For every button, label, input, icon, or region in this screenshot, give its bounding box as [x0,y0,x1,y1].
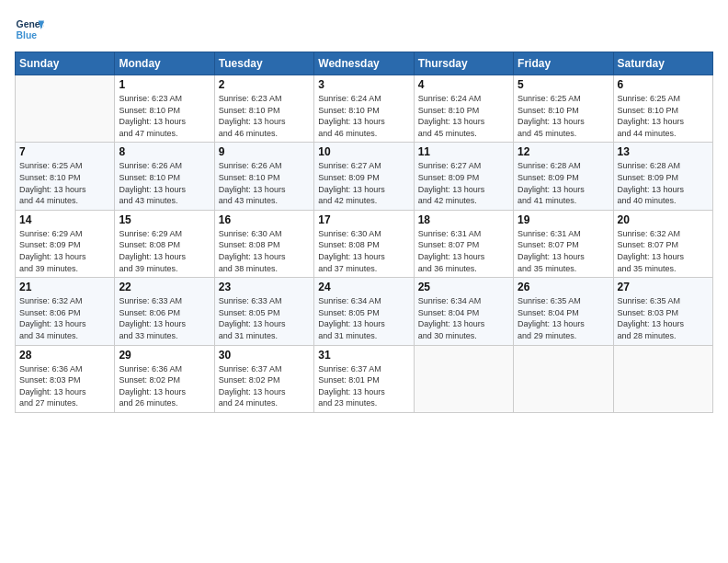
weekday-header: Wednesday [314,52,414,75]
svg-text:Blue: Blue [17,30,38,40]
day-info: Sunrise: 6:37 AM Sunset: 8:02 PM Dayligh… [219,363,310,409]
day-number: 28 [19,349,110,362]
calendar-week-row: 14Sunrise: 6:29 AM Sunset: 8:09 PM Dayli… [16,210,713,277]
calendar-cell: 8Sunrise: 6:26 AM Sunset: 8:10 PM Daylig… [115,143,214,210]
calendar-cell: 31Sunrise: 6:37 AM Sunset: 8:01 PM Dayli… [314,345,414,412]
day-info: Sunrise: 6:24 AM Sunset: 8:10 PM Dayligh… [418,93,509,139]
day-info: Sunrise: 6:26 AM Sunset: 8:10 PM Dayligh… [119,160,210,206]
day-number: 23 [219,281,310,293]
day-info: Sunrise: 6:30 AM Sunset: 8:08 PM Dayligh… [318,228,409,274]
calendar-cell [613,345,712,412]
day-info: Sunrise: 6:25 AM Sunset: 8:10 PM Dayligh… [618,93,709,139]
calendar-cell: 16Sunrise: 6:30 AM Sunset: 8:08 PM Dayli… [214,210,313,277]
day-number: 31 [318,349,409,362]
logo: General Blue [15,15,48,44]
day-number: 26 [518,281,609,293]
calendar-cell: 7Sunrise: 6:25 AM Sunset: 8:10 PM Daylig… [16,143,115,210]
calendar-cell: 11Sunrise: 6:27 AM Sunset: 8:09 PM Dayli… [414,143,513,210]
calendar-cell: 27Sunrise: 6:35 AM Sunset: 8:03 PM Dayli… [613,278,712,345]
day-info: Sunrise: 6:27 AM Sunset: 8:09 PM Dayligh… [318,160,409,206]
day-number: 3 [318,78,409,91]
weekday-header: Saturday [613,52,712,75]
weekday-header: Monday [115,52,214,75]
calendar-cell: 25Sunrise: 6:34 AM Sunset: 8:04 PM Dayli… [414,278,513,345]
day-number: 17 [318,213,409,226]
day-number: 20 [618,213,709,226]
calendar-week-row: 1Sunrise: 6:23 AM Sunset: 8:10 PM Daylig… [16,75,713,143]
day-info: Sunrise: 6:29 AM Sunset: 8:08 PM Dayligh… [119,228,210,274]
calendar-cell: 22Sunrise: 6:33 AM Sunset: 8:06 PM Dayli… [115,278,214,345]
calendar-cell: 4Sunrise: 6:24 AM Sunset: 8:10 PM Daylig… [414,75,513,143]
day-number: 22 [119,281,210,293]
day-number: 16 [219,213,310,226]
day-info: Sunrise: 6:25 AM Sunset: 8:10 PM Dayligh… [518,93,609,139]
day-number: 11 [418,145,509,158]
day-info: Sunrise: 6:23 AM Sunset: 8:10 PM Dayligh… [219,93,310,139]
day-number: 24 [318,281,409,293]
day-number: 10 [318,145,409,158]
day-number: 27 [618,281,709,293]
calendar-header-row: SundayMondayTuesdayWednesdayThursdayFrid… [16,52,713,75]
day-info: Sunrise: 6:29 AM Sunset: 8:09 PM Dayligh… [19,228,110,274]
calendar-cell: 1Sunrise: 6:23 AM Sunset: 8:10 PM Daylig… [115,75,214,143]
calendar-cell: 21Sunrise: 6:32 AM Sunset: 8:06 PM Dayli… [16,278,115,345]
calendar-cell: 12Sunrise: 6:28 AM Sunset: 8:09 PM Dayli… [514,143,613,210]
day-info: Sunrise: 6:27 AM Sunset: 8:09 PM Dayligh… [418,160,509,206]
day-number: 7 [19,145,110,158]
day-number: 9 [219,145,310,158]
day-info: Sunrise: 6:32 AM Sunset: 8:07 PM Dayligh… [618,228,709,274]
calendar-cell: 9Sunrise: 6:26 AM Sunset: 8:10 PM Daylig… [214,143,313,210]
calendar-week-row: 7Sunrise: 6:25 AM Sunset: 8:10 PM Daylig… [16,143,713,210]
day-info: Sunrise: 6:37 AM Sunset: 8:01 PM Dayligh… [318,363,409,409]
calendar-cell: 6Sunrise: 6:25 AM Sunset: 8:10 PM Daylig… [613,75,712,143]
weekday-header: Sunday [16,52,115,75]
day-info: Sunrise: 6:33 AM Sunset: 8:05 PM Dayligh… [219,295,310,341]
calendar-cell: 2Sunrise: 6:23 AM Sunset: 8:10 PM Daylig… [214,75,313,143]
calendar-cell [514,345,613,412]
day-info: Sunrise: 6:36 AM Sunset: 8:02 PM Dayligh… [119,363,210,409]
calendar-cell: 14Sunrise: 6:29 AM Sunset: 8:09 PM Dayli… [16,210,115,277]
day-number: 14 [19,213,110,226]
day-info: Sunrise: 6:35 AM Sunset: 8:04 PM Dayligh… [518,295,609,341]
calendar-cell: 15Sunrise: 6:29 AM Sunset: 8:08 PM Dayli… [115,210,214,277]
day-info: Sunrise: 6:24 AM Sunset: 8:10 PM Dayligh… [318,93,409,139]
calendar-cell: 19Sunrise: 6:31 AM Sunset: 8:07 PM Dayli… [514,210,613,277]
day-number: 25 [418,281,509,293]
calendar-cell: 24Sunrise: 6:34 AM Sunset: 8:05 PM Dayli… [314,278,414,345]
day-info: Sunrise: 6:33 AM Sunset: 8:06 PM Dayligh… [119,295,210,341]
calendar-cell: 5Sunrise: 6:25 AM Sunset: 8:10 PM Daylig… [514,75,613,143]
day-info: Sunrise: 6:34 AM Sunset: 8:04 PM Dayligh… [418,295,509,341]
day-info: Sunrise: 6:25 AM Sunset: 8:10 PM Dayligh… [19,160,110,206]
calendar-table: SundayMondayTuesdayWednesdayThursdayFrid… [15,52,713,413]
day-number: 21 [19,281,110,293]
logo-icon: General Blue [15,15,44,44]
day-info: Sunrise: 6:32 AM Sunset: 8:06 PM Dayligh… [19,295,110,341]
day-number: 2 [219,78,310,91]
weekday-header: Tuesday [214,52,313,75]
day-info: Sunrise: 6:26 AM Sunset: 8:10 PM Dayligh… [219,160,310,206]
day-info: Sunrise: 6:23 AM Sunset: 8:10 PM Dayligh… [119,93,210,139]
day-number: 29 [119,349,210,362]
calendar-week-row: 21Sunrise: 6:32 AM Sunset: 8:06 PM Dayli… [16,278,713,345]
day-info: Sunrise: 6:30 AM Sunset: 8:08 PM Dayligh… [219,228,310,274]
weekday-header: Thursday [414,52,513,75]
calendar-cell: 13Sunrise: 6:28 AM Sunset: 8:09 PM Dayli… [613,143,712,210]
calendar-cell: 28Sunrise: 6:36 AM Sunset: 8:03 PM Dayli… [16,345,115,412]
calendar-cell [16,75,115,143]
day-number: 6 [618,78,709,91]
day-number: 12 [518,145,609,158]
day-number: 18 [418,213,509,226]
day-info: Sunrise: 6:28 AM Sunset: 8:09 PM Dayligh… [618,160,709,206]
calendar-cell: 30Sunrise: 6:37 AM Sunset: 8:02 PM Dayli… [214,345,313,412]
day-info: Sunrise: 6:31 AM Sunset: 8:07 PM Dayligh… [418,228,509,274]
day-number: 30 [219,349,310,362]
day-info: Sunrise: 6:28 AM Sunset: 8:09 PM Dayligh… [518,160,609,206]
calendar-cell: 20Sunrise: 6:32 AM Sunset: 8:07 PM Dayli… [613,210,712,277]
day-number: 4 [418,78,509,91]
calendar-cell: 17Sunrise: 6:30 AM Sunset: 8:08 PM Dayli… [314,210,414,277]
calendar-cell: 18Sunrise: 6:31 AM Sunset: 8:07 PM Dayli… [414,210,513,277]
calendar-cell: 29Sunrise: 6:36 AM Sunset: 8:02 PM Dayli… [115,345,214,412]
weekday-header: Friday [514,52,613,75]
page-header: General Blue [15,15,713,44]
calendar-cell [414,345,513,412]
